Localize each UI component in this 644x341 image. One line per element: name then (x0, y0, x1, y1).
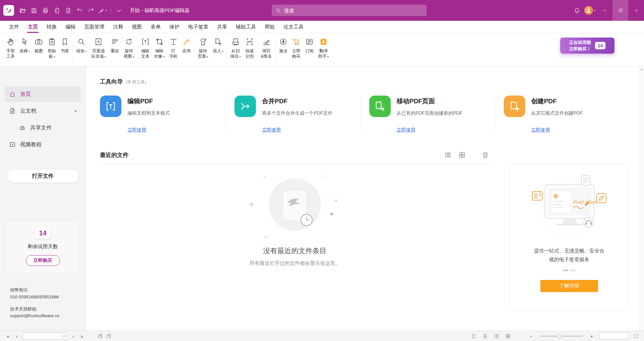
page-number-input[interactable] (23, 333, 61, 339)
zoom-slider-thumb[interactable] (557, 334, 562, 338)
zoom-slider[interactable] (540, 336, 583, 337)
sidebar-item-home[interactable]: 首页 (5, 87, 81, 102)
continuous-view-button[interactable] (481, 332, 489, 340)
menu-item-辅助工具[interactable]: 辅助工具 (231, 21, 260, 33)
carousel-dot-active[interactable] (563, 270, 568, 271)
single-page-view-button[interactable] (470, 332, 478, 340)
search-box[interactable] (272, 5, 427, 16)
zoom-level-box[interactable] (599, 333, 629, 339)
zoom-out-button[interactable]: − (527, 332, 535, 340)
chevron-down-icon[interactable]: ▾ (75, 109, 76, 113)
content-scrollbar[interactable]: ▲ (639, 66, 644, 331)
tool-reflow[interactable]: 重排 (108, 36, 121, 54)
restore-button[interactable] (612, 0, 628, 21)
print-button[interactable] (40, 4, 51, 17)
sidebar-item-cloud-docs[interactable]: 云文档▾ (5, 103, 81, 119)
tool-bookmark[interactable]: 书签 (58, 36, 71, 54)
export-pdf-button[interactable] (51, 4, 62, 17)
tool-zoom[interactable]: 缩放▾ (74, 36, 89, 54)
menu-item-保护[interactable]: 保护 (165, 21, 184, 33)
facing-view-button[interactable] (492, 332, 500, 340)
sidebar-item-video-tutorials[interactable]: 视频教程 (5, 137, 81, 152)
menu-item-文件[interactable]: 文件 (5, 21, 23, 33)
use-now-link[interactable]: 立即使用 (531, 127, 550, 133)
tool-insert[interactable]: 插入▾ (211, 36, 226, 54)
account-menu-button[interactable]: ▾ (583, 4, 597, 17)
tool-page-fit[interactable]: 页面适 应选项▾ (89, 36, 108, 59)
tool-activate[interactable]: 激活 (277, 36, 290, 54)
redo-button[interactable] (85, 4, 97, 17)
grid-view-button[interactable] (458, 151, 466, 159)
menu-item-注释[interactable]: 注释 (109, 21, 127, 33)
undo-button[interactable] (74, 4, 85, 17)
tool-rotate-pages[interactable]: 旋转 页面▾ (196, 36, 211, 59)
menu-item-页面管理[interactable]: 页面管理 (80, 21, 109, 33)
fullscreen-button[interactable] (632, 332, 640, 340)
learn-more-button[interactable]: 了解详情 (540, 280, 598, 292)
tool-card-move-pdf-pages: 移动PDF页面从已有的PDF页面创建新的PDF立即使用 (369, 96, 495, 133)
open-file-sidebar-button[interactable]: 打开文件 (6, 169, 79, 183)
list-view-button[interactable] (443, 151, 452, 159)
tool-snapshot[interactable]: 截图 (32, 36, 45, 54)
tool-label: 剪贴 板▾ (48, 48, 56, 59)
carousel-dot[interactable] (570, 270, 576, 271)
menu-item-共享[interactable]: 共享 (213, 21, 231, 33)
menu-item-编辑[interactable]: 编辑 (61, 21, 80, 33)
tool-quick-ocr[interactable]: 快速 识别 (243, 36, 256, 59)
first-page-button[interactable]: « (4, 332, 12, 340)
buy-now-button[interactable]: 立即购买 (26, 255, 60, 266)
person-icon (585, 7, 592, 14)
use-now-link[interactable]: 立即使用 (262, 127, 281, 133)
zoom-level-input[interactable] (599, 333, 628, 339)
last-page-button[interactable]: » (78, 332, 86, 340)
search-input[interactable] (284, 8, 423, 13)
menu-item-电子签章[interactable]: 电子签章 (184, 21, 213, 33)
notifications-button[interactable] (572, 4, 583, 17)
page-preview-button[interactable] (105, 332, 113, 340)
tool-select[interactable]: 选择▾ (17, 36, 32, 54)
customize-quick-toolbar-button[interactable] (113, 4, 124, 17)
minimize-button[interactable] (597, 0, 612, 21)
trial-badge[interactable]: 正在试用期 立即购买！ 14 (560, 38, 614, 54)
sparkle-plus-icon: + (321, 174, 324, 179)
esign-quick-button[interactable]: ▾ (97, 4, 108, 17)
tool-edit-text[interactable]: 编辑 文本 (139, 36, 152, 59)
close-button[interactable] (628, 0, 644, 21)
menu-item-主页[interactable]: 主页 (23, 21, 42, 33)
trial-panel: 14 剩余试用天数 立即购买 (6, 221, 79, 274)
zoom-in-button[interactable]: + (588, 332, 596, 340)
support-email-address[interactable]: support@foxitsoftware.cn (10, 312, 80, 319)
tool-highlight[interactable]: 高亮 (180, 36, 193, 54)
tool-translate-assistant[interactable]: 翻译 助手▾ (316, 36, 331, 59)
open-file-button[interactable] (17, 4, 28, 17)
snapshot-pages-button[interactable] (96, 332, 104, 340)
scroll-up-arrow-icon[interactable]: ▲ (640, 68, 643, 71)
clear-recent-button[interactable] (481, 151, 490, 159)
tool-rotate-view[interactable]: 旋转 视图▾ (121, 36, 137, 59)
page-dropdown-caret-icon[interactable]: ▾ (61, 333, 67, 339)
tool-typewriter[interactable]: 打 字机 (167, 36, 180, 59)
create-pdf-button[interactable] (62, 4, 74, 17)
continuous-facing-view-button[interactable] (504, 332, 512, 340)
save-button[interactable] (28, 4, 40, 17)
tool-hand-tool[interactable]: 手型 工具 (4, 36, 17, 59)
tool-edit-object[interactable]: 编辑 对象▾ (152, 36, 167, 59)
menu-item-论文工具[interactable]: 论文工具 (279, 21, 308, 33)
menu-item-表单[interactable]: 表单 (146, 21, 165, 33)
tool-buy-now[interactable]: 立即 购买 (290, 36, 303, 59)
menu-item-帮助[interactable]: 帮助 (260, 21, 279, 33)
next-page-button[interactable]: › (69, 332, 77, 340)
use-now-link[interactable]: 立即使用 (397, 127, 416, 133)
sidebar-item-shared-files[interactable]: 共享文件 (15, 120, 81, 135)
sales-phone-number: 010-50951668/50951666 (10, 294, 80, 300)
empty-illustration: + + + + (255, 174, 335, 241)
tool-subscribe[interactable]: 订阅 (303, 36, 316, 54)
prev-page-button[interactable]: ‹ (13, 332, 21, 340)
tool-clipboard[interactable]: 剪贴 板▾ (45, 36, 58, 59)
tool-fill-sign[interactable]: 填写 &签名 (259, 36, 274, 59)
menu-item-转换[interactable]: 转换 (42, 21, 61, 33)
use-now-link[interactable]: 立即使用 (127, 127, 146, 133)
menu-item-视图[interactable]: 视图 (127, 21, 146, 33)
tool-from-scanner[interactable]: 从扫 描仪▾ (228, 36, 243, 59)
page-number-box[interactable]: ▾ (23, 333, 67, 340)
